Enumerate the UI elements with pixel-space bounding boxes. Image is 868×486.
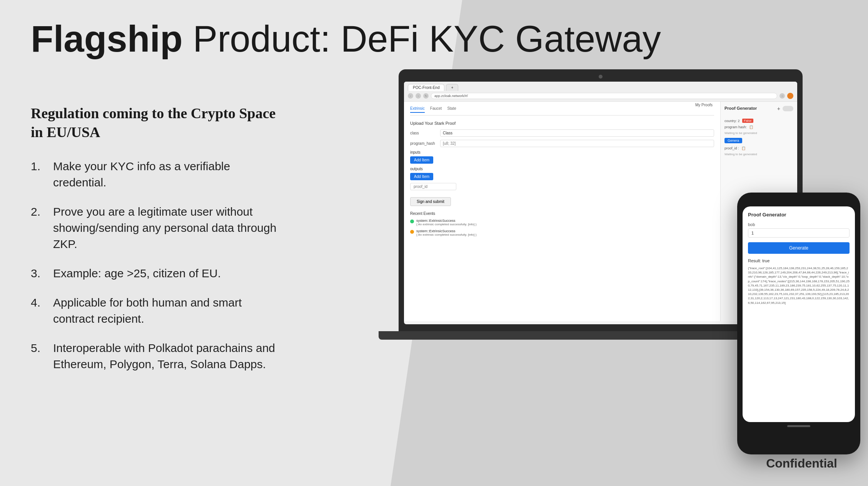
class-label: class bbox=[410, 131, 437, 135]
tab-state[interactable]: State bbox=[447, 106, 456, 113]
event-item-2: system::ExtrinsicSuccess { An extrinsic … bbox=[410, 229, 714, 236]
events-title: Recent Events bbox=[410, 211, 714, 216]
add-item-inputs-button[interactable]: Add Item bbox=[410, 156, 433, 164]
title-bold: Flagship bbox=[31, 18, 183, 59]
bookmark-button[interactable]: ☆ bbox=[780, 93, 785, 99]
list-item: Example: age >25, citizen of EU. bbox=[31, 265, 277, 282]
list-item: Prove you are a legitimate user without … bbox=[31, 204, 277, 252]
list-item: Interoperable with Polkadot parachains a… bbox=[31, 340, 277, 372]
browser-controls: ‹ › ↻ app.zcloak.network/#/ ☆ bbox=[408, 93, 793, 99]
waiting-label-1: Waiting to be generated bbox=[724, 131, 793, 135]
browser-tab-active[interactable]: POC-Front-End bbox=[408, 84, 444, 91]
proof-id-field: proof_id : 📋 bbox=[724, 146, 793, 150]
refresh-button[interactable]: ↻ bbox=[423, 93, 429, 99]
page-title: Flagship Product: DeFi KYC Gateway bbox=[31, 18, 661, 59]
phone-input[interactable] bbox=[748, 228, 850, 238]
class-row: class bbox=[410, 129, 714, 137]
toggle-plus-icon[interactable]: + bbox=[777, 106, 780, 112]
event-1-type: system::ExtrinsicSuccess bbox=[416, 219, 476, 223]
events-section: Recent Events system::ExtrinsicSuccess {… bbox=[410, 211, 714, 236]
points-list: Make your KYC info as a verifiable crede… bbox=[31, 158, 277, 372]
phone-generate-button[interactable]: Generate bbox=[748, 242, 850, 254]
inputs-label: inputs bbox=[410, 150, 714, 154]
list-item: Make your KYC info as a verifiable crede… bbox=[31, 158, 277, 191]
forward-button[interactable]: › bbox=[416, 93, 421, 99]
event-dot-yellow bbox=[410, 230, 414, 234]
program-hash-row: program_hash bbox=[410, 140, 714, 147]
my-proofs-label: My Proofs bbox=[695, 103, 713, 107]
program-hash-input[interactable] bbox=[440, 140, 714, 147]
profile-button[interactable] bbox=[787, 93, 793, 99]
phone-notch bbox=[783, 198, 814, 204]
subtitle: Regulation coming to the Crypto Space in… bbox=[31, 104, 277, 142]
proof-id-field-label: proof_id : bbox=[724, 146, 739, 150]
outputs-label: outputs bbox=[410, 167, 714, 171]
program-hash-label: program_hash bbox=[410, 141, 437, 146]
waiting-label-2: Waiting to be generated bbox=[724, 153, 793, 156]
program-hash-field-label: program hash: bbox=[724, 125, 747, 129]
event-2-detail: { An extrinsic completed successfully. [… bbox=[416, 233, 476, 236]
phone-username-label: bob bbox=[748, 222, 850, 227]
panel-toggle: + bbox=[777, 106, 793, 112]
event-2-type: system::ExtrinsicSuccess bbox=[416, 229, 476, 233]
phone-home-indicator[interactable] bbox=[787, 425, 810, 427]
phone-result-label: Result: true bbox=[748, 258, 850, 263]
proof-panel-title: Proof Generator bbox=[724, 106, 757, 111]
browser-tabs: POC-Front-End + bbox=[408, 84, 793, 91]
title-normal: Product: DeFi KYC Gateway bbox=[183, 18, 661, 59]
program-hash-field: program hash: 📋 bbox=[724, 125, 793, 129]
tab-faucet[interactable]: Faucet bbox=[430, 106, 442, 113]
left-content: Regulation coming to the Crypto Space in… bbox=[31, 104, 277, 385]
tab-extrinsic[interactable]: Extrinsic bbox=[410, 106, 425, 113]
phone-section-title: Proof Generator bbox=[748, 212, 850, 218]
hash-icon[interactable]: 📋 bbox=[749, 125, 753, 129]
proof-id-input[interactable] bbox=[410, 183, 456, 190]
phone-screen: Proof Generator bob Generate Result: tru… bbox=[743, 206, 855, 422]
devices-container: POC-Front-End + ‹ › ↻ app.zcloak.network… bbox=[399, 69, 860, 454]
phone-result-data: {"trace_root":[104,41,125,184,138,253,23… bbox=[748, 266, 850, 305]
url-bar[interactable]: app.zcloak.network/#/ bbox=[431, 93, 777, 99]
event-1-detail: { An extrinsic completed successfully. [… bbox=[416, 223, 476, 226]
app-main: Extrinsic Faucet State Upload Your Stark… bbox=[404, 102, 720, 321]
upload-section-title: Upload Your Stark Proof bbox=[410, 121, 714, 126]
smartphone-mockup: Proof Generator bob Generate Result: tru… bbox=[737, 193, 860, 454]
class-input[interactable] bbox=[440, 129, 714, 137]
browser-tab-new[interactable]: + bbox=[446, 84, 458, 91]
my-proofs-section: My Proofs bbox=[695, 103, 713, 107]
false-badge: False bbox=[742, 119, 754, 123]
sign-submit-button[interactable]: Sign and submit bbox=[410, 197, 451, 206]
event-dot-green bbox=[410, 220, 414, 223]
event-item-1: system::ExtrinsicSuccess { An extrinsic … bbox=[410, 219, 714, 226]
back-button[interactable]: ‹ bbox=[408, 93, 413, 99]
browser-chrome: POC-Front-End + ‹ › ↻ app.zcloak.network… bbox=[404, 82, 797, 102]
country-label: country: 2 bbox=[724, 119, 740, 123]
app-nav: Extrinsic Faucet State bbox=[410, 106, 714, 116]
country-field: country: 2 False bbox=[724, 119, 793, 123]
generate-button[interactable]: Genera bbox=[724, 138, 742, 143]
confidential-label: Confidential bbox=[766, 456, 837, 471]
laptop-camera bbox=[599, 75, 603, 79]
proof-icon[interactable]: 📋 bbox=[741, 146, 746, 150]
add-item-outputs-button[interactable]: Add Item bbox=[410, 173, 433, 180]
list-item: Applicable for both human and smart cont… bbox=[31, 295, 277, 327]
content-wrapper: Flagship Product: DeFi KYC Gateway Regul… bbox=[0, 0, 868, 486]
phone-app: Proof Generator bob Generate Result: tru… bbox=[743, 206, 855, 422]
toggle-switch[interactable] bbox=[783, 106, 793, 111]
